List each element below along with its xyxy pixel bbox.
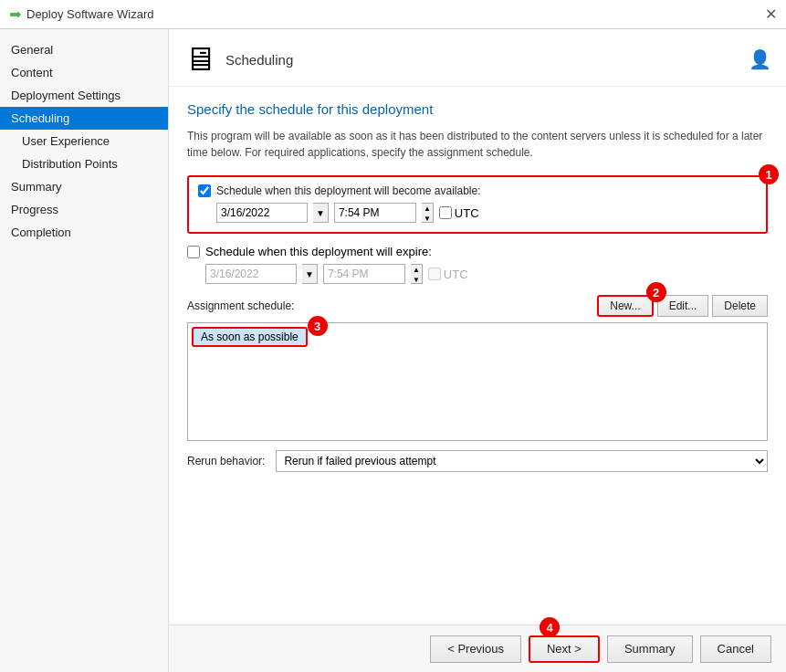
schedule-expire-label: Schedule when this deployment will expir… — [205, 245, 432, 258]
sidebar-item-distribution-points[interactable]: Distribution Points — [0, 152, 168, 175]
rerun-section: Rerun behavior: Rerun if failed previous… — [187, 450, 768, 472]
schedule-expire-section: Schedule when this deployment will expir… — [187, 245, 768, 284]
schedule-list: As soon as possible 3 — [187, 322, 768, 441]
assignment-btn-group: New... 2 Edit... Delete — [597, 295, 768, 317]
delete-button[interactable]: Delete — [712, 295, 768, 317]
close-button[interactable]: ✕ — [765, 5, 777, 23]
sidebar-item-content[interactable]: Content — [0, 61, 168, 84]
user-icon: 👤 — [749, 48, 771, 70]
footer: 4 < Previous Next > Summary Cancel — [169, 625, 786, 672]
wizard-container: General Content Deployment Settings Sche… — [0, 29, 786, 672]
schedule-available-date-row: ▼ ▲ ▼ UTC — [216, 203, 757, 223]
sidebar-item-user-experience[interactable]: User Experience — [0, 130, 168, 152]
new-button[interactable]: New... — [597, 295, 653, 317]
schedule-expire-checkbox-row: Schedule when this deployment will expir… — [187, 245, 768, 258]
assignment-section: Assignment schedule: New... 2 Edit... De… — [187, 295, 768, 441]
utc-checkbox-available[interactable] — [439, 206, 452, 219]
sidebar-item-deployment-settings[interactable]: Deployment Settings — [0, 84, 168, 107]
assignment-label: Assignment schedule: — [187, 299, 294, 312]
schedule-list-item[interactable]: As soon as possible — [192, 327, 308, 347]
annotation-2: 2 — [646, 282, 666, 302]
expire-time-spin-btn[interactable]: ▲ ▼ — [411, 264, 423, 284]
content-area: Specify the schedule for this deployment… — [169, 87, 786, 625]
info-text: This program will be available as soon a… — [187, 128, 768, 161]
sidebar: General Content Deployment Settings Sche… — [0, 29, 169, 672]
header-area: 🖥 Scheduling 👤 — [169, 29, 786, 87]
sidebar-item-scheduling[interactable]: Scheduling — [0, 107, 168, 130]
schedule-expire-checkbox[interactable] — [187, 246, 200, 258]
assignment-header: Assignment schedule: New... 2 Edit... De… — [187, 295, 768, 317]
rerun-select[interactable]: Rerun if failed previous attempt Never r… — [276, 450, 768, 472]
summary-button[interactable]: Summary — [607, 635, 693, 663]
sidebar-item-completion[interactable]: Completion — [0, 221, 168, 244]
date-dropdown-btn[interactable]: ▼ — [313, 203, 329, 223]
sidebar-item-summary[interactable]: Summary — [0, 175, 168, 198]
utc-checkbox-expire[interactable] — [428, 268, 441, 280]
schedule-available-label: Schedule when this deployment will becom… — [216, 184, 481, 197]
previous-button[interactable]: < Previous — [430, 635, 521, 663]
annotation-3: 3 — [308, 316, 328, 336]
utc-check-available: UTC — [439, 206, 479, 220]
wizard-icon: ➡ — [9, 5, 21, 23]
header-title: Scheduling — [225, 52, 293, 68]
wizard-title: Deploy Software Wizard — [26, 7, 153, 21]
annotation-4: 4 — [540, 617, 560, 637]
utc-label-expire: UTC — [444, 268, 468, 281]
title-bar-left: ➡ Deploy Software Wizard — [9, 5, 153, 23]
content-heading: Specify the schedule for this deployment — [187, 101, 768, 117]
schedule-available-time[interactable] — [334, 203, 416, 223]
schedule-available-checkbox-row: Schedule when this deployment will becom… — [198, 184, 757, 197]
utc-check-expire: UTC — [428, 268, 468, 281]
main-content: 🖥 Scheduling 👤 Specify the schedule for … — [169, 29, 786, 672]
schedule-available-section: Schedule when this deployment will becom… — [187, 175, 768, 234]
annotation-1: 1 — [759, 164, 779, 184]
next-button[interactable]: Next > — [529, 635, 600, 663]
schedule-available-date[interactable] — [216, 203, 308, 223]
schedule-expire-date[interactable] — [205, 264, 297, 284]
title-bar: ➡ Deploy Software Wizard ✕ — [0, 0, 786, 29]
schedule-available-checkbox[interactable] — [198, 184, 211, 197]
schedule-expire-date-row: ▼ ▲ ▼ UTC — [205, 264, 768, 284]
computer-icon: 🖥 — [183, 40, 216, 79]
expire-date-dropdown-btn[interactable]: ▼ — [302, 264, 318, 284]
utc-label-available: UTC — [455, 206, 479, 220]
header-icon-block: 🖥 Scheduling — [183, 40, 293, 79]
schedule-expire-time[interactable] — [323, 264, 405, 284]
rerun-label: Rerun behavior: — [187, 455, 265, 467]
cancel-button[interactable]: Cancel — [700, 635, 771, 663]
time-spin-btn[interactable]: ▲ ▼ — [422, 203, 434, 223]
edit-button[interactable]: Edit... — [657, 295, 709, 317]
sidebar-item-general[interactable]: General — [0, 38, 168, 61]
sidebar-item-progress[interactable]: Progress — [0, 198, 168, 221]
